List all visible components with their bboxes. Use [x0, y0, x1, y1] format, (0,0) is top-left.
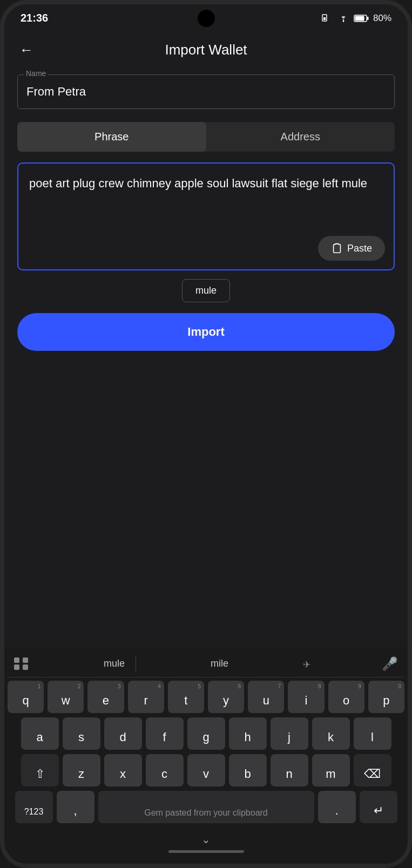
key-m[interactable]: m	[312, 754, 350, 786]
svg-point-2	[343, 21, 345, 22]
status-icons: 80%	[321, 13, 391, 24]
key-v[interactable]: v	[187, 754, 225, 786]
key-s[interactable]: s	[63, 717, 100, 750]
page-title: Import Wallet	[165, 42, 247, 58]
battery-icon	[354, 14, 369, 23]
keyboard-row-2: a s d f g h j k l	[8, 717, 404, 750]
key-return[interactable]: ↵	[360, 791, 397, 823]
key-numbers[interactable]: ?123	[15, 791, 53, 823]
key-r[interactable]: 4r	[128, 681, 164, 713]
form-area: Name Phrase Address poet art plug crew c…	[4, 69, 408, 647]
key-p[interactable]: 0p	[368, 681, 404, 713]
clipboard-icon	[331, 242, 343, 254]
keyboard-row-4: ?123 , Gem pasted from your clipboard . …	[8, 791, 404, 823]
keyboard-row-1: 1q 2w 3e 4r 5t 6y 7u 8i 9o 0p	[8, 681, 404, 713]
tab-phrase[interactable]: Phrase	[17, 122, 206, 152]
autocorrect-icon: ✈	[303, 658, 318, 670]
key-o[interactable]: 9o	[328, 681, 364, 713]
tab-bar: Phrase Address	[17, 122, 395, 152]
word-chip[interactable]: mule	[182, 279, 230, 302]
key-comma[interactable]: ,	[57, 791, 94, 823]
svg-text:✈: ✈	[303, 659, 310, 669]
keyboard-suggestions-row: mule mile ✈ 🎤	[8, 652, 404, 677]
wifi-icon	[337, 13, 349, 23]
svg-rect-4	[355, 16, 364, 21]
name-label: Name	[24, 69, 48, 78]
keyboard-row-3: ⇧ z x c v b n m ⌫	[8, 754, 404, 786]
key-k[interactable]: k	[312, 717, 350, 750]
keyboard-grid-icon[interactable]	[14, 657, 29, 670]
keyboard-area: mule mile ✈ 🎤 1q 2w 3e 4r 5t 6y 7u 8i 9o…	[4, 647, 408, 864]
suggestion-word-1[interactable]: mule	[93, 656, 136, 672]
suggestion-word-2[interactable]: mile	[200, 656, 239, 672]
status-time: 21:36	[21, 12, 48, 24]
key-space[interactable]: Gem pasted from your clipboard	[98, 791, 314, 823]
key-period[interactable]: .	[318, 791, 356, 823]
back-button[interactable]: ←	[17, 39, 36, 60]
key-g[interactable]: g	[187, 717, 225, 750]
paste-label: Paste	[347, 243, 372, 254]
key-y[interactable]: 6y	[208, 681, 244, 713]
phrase-textarea[interactable]: poet art plug crew chimney apple soul la…	[29, 174, 383, 246]
key-f[interactable]: f	[146, 717, 184, 750]
svg-rect-5	[367, 17, 369, 20]
phrase-textarea-container: poet art plug crew chimney apple soul la…	[17, 162, 395, 270]
chevron-down-icon[interactable]: ⌄	[201, 833, 211, 846]
key-x[interactable]: x	[104, 754, 142, 786]
home-indicator	[168, 850, 244, 853]
name-field-container: Name	[17, 74, 395, 109]
key-l[interactable]: l	[354, 717, 391, 750]
word-suggestion-area: mule	[17, 279, 395, 302]
app-content: ← Import Wallet Name Phrase Address poe	[4, 29, 408, 864]
paste-button[interactable]: Paste	[318, 236, 385, 261]
key-a[interactable]: a	[21, 717, 59, 750]
key-w[interactable]: 2w	[48, 681, 84, 713]
key-h[interactable]: h	[229, 717, 267, 750]
mic-icon[interactable]: 🎤	[382, 656, 398, 672]
key-j[interactable]: j	[271, 717, 308, 750]
key-i[interactable]: 8i	[288, 681, 324, 713]
svg-rect-1	[323, 17, 326, 20]
key-u[interactable]: 7u	[248, 681, 284, 713]
phone-frame: 21:36 80% ← Impor	[0, 0, 412, 868]
key-n[interactable]: n	[271, 754, 308, 786]
tab-address[interactable]: Address	[206, 122, 395, 152]
key-t[interactable]: 5t	[168, 681, 204, 713]
header: ← Import Wallet	[4, 29, 408, 69]
battery-percent: 80%	[373, 13, 391, 24]
key-q[interactable]: 1q	[8, 681, 44, 713]
key-shift[interactable]: ⇧	[21, 754, 59, 786]
key-e[interactable]: 3e	[87, 681, 124, 713]
key-d[interactable]: d	[104, 717, 142, 750]
sim-icon	[321, 13, 333, 23]
import-button[interactable]: Import	[17, 313, 395, 351]
camera-notch	[198, 10, 215, 27]
key-c[interactable]: c	[146, 754, 184, 786]
key-backspace[interactable]: ⌫	[354, 754, 391, 786]
name-input[interactable]	[17, 74, 395, 109]
key-b[interactable]: b	[229, 754, 267, 786]
key-z[interactable]: z	[63, 754, 100, 786]
system-bar: ⌄	[8, 828, 404, 864]
